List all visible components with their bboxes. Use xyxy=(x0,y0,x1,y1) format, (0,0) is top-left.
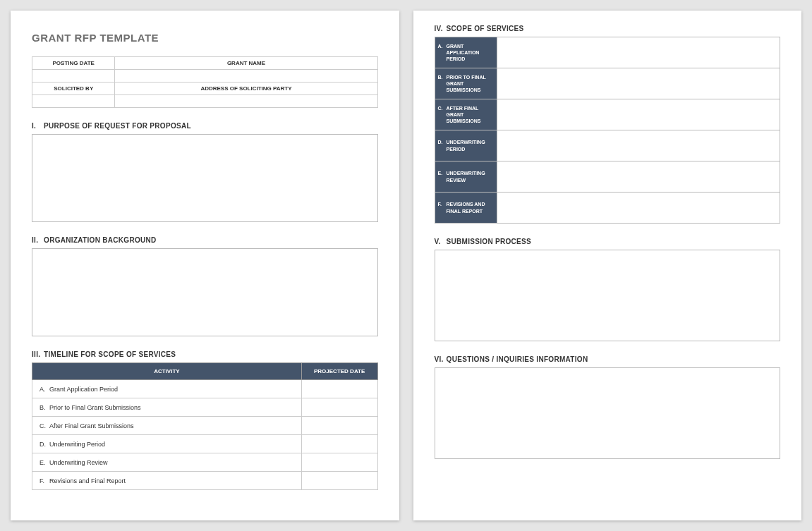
section-4-title: IV. SCOPE OF SERVICES xyxy=(435,25,781,32)
table-row: E.Underwriting Review xyxy=(32,453,378,472)
scope-value-cell[interactable] xyxy=(497,99,780,130)
timeline-table: ACTIVITY PROJECTED DATE A.Grant Applicat… xyxy=(32,362,378,490)
timeline-date-cell[interactable] xyxy=(301,472,377,490)
table-row: F.Revisions and Final Report xyxy=(32,472,378,490)
table-row: B.Prior to Final Grant Submissions xyxy=(32,398,378,417)
scope-value-cell[interactable] xyxy=(497,161,780,193)
address-value[interactable] xyxy=(115,95,377,108)
section-3-title: III. TIMELINE FOR SCOPE OF SERVICES xyxy=(32,350,378,358)
section-1-title: I. PURPOSE OF REQUEST FOR PROPOSAL xyxy=(32,122,378,130)
timeline-date-cell[interactable] xyxy=(301,398,377,417)
table-row: B.PRIOR TO FINAL GRANT SUBMISSIONS xyxy=(435,68,780,99)
timeline-date-cell[interactable] xyxy=(301,435,377,453)
scope-table: A.GRANT APPLICATION PERIOD B.PRIOR TO FI… xyxy=(435,37,781,224)
grant-name-label: GRANT NAME xyxy=(115,57,377,70)
scope-value-cell[interactable] xyxy=(497,130,780,161)
timeline-date-cell[interactable] xyxy=(301,417,377,435)
org-background-input-box[interactable] xyxy=(32,248,378,336)
document-title: GRANT RFP TEMPLATE xyxy=(32,32,378,44)
posting-date-value[interactable] xyxy=(32,70,115,83)
solicited-by-value[interactable] xyxy=(32,95,115,108)
submission-process-input-box[interactable] xyxy=(435,250,781,341)
table-row: F.REVISIONS AND FINAL REPORT xyxy=(435,193,780,224)
page-1: GRANT RFP TEMPLATE POSTING DATE GRANT NA… xyxy=(11,11,399,520)
table-row: C.AFTER FINAL GRANT SUBMISSIONS xyxy=(435,99,780,130)
table-row: C.After Final Grant Submissions xyxy=(32,417,378,435)
posting-date-label: POSTING DATE xyxy=(32,57,115,70)
page-2: IV. SCOPE OF SERVICES A.GRANT APPLICATIO… xyxy=(413,11,802,520)
address-label: ADDRESS OF SOLICITING PARTY xyxy=(115,83,377,95)
purpose-input-box[interactable] xyxy=(32,134,378,222)
grant-name-value[interactable] xyxy=(115,70,377,83)
table-row: A.GRANT APPLICATION PERIOD xyxy=(435,37,780,68)
timeline-date-cell[interactable] xyxy=(301,453,377,472)
timeline-date-cell[interactable] xyxy=(301,380,377,398)
table-row: A.Grant Application Period xyxy=(32,380,378,398)
section-6-title: VI. QUESTIONS / INQUIRIES INFORMATION xyxy=(435,355,781,363)
scope-value-cell[interactable] xyxy=(497,193,780,224)
scope-value-cell[interactable] xyxy=(497,37,780,68)
table-row: D.UNDERWRITING PERIOD xyxy=(435,130,780,161)
table-row: E.UNDERWRITING REVIEW xyxy=(435,161,780,193)
section-2-title: II. ORGANIZATION BACKGROUND xyxy=(32,236,378,244)
header-info-table: POSTING DATE GRANT NAME SOLICITED BY ADD… xyxy=(32,56,378,108)
timeline-header-date: PROJECTED DATE xyxy=(301,363,377,380)
questions-input-box[interactable] xyxy=(435,367,781,459)
section-5-title: V. SUBMISSION PROCESS xyxy=(435,238,781,245)
solicited-by-label: SOLICITED BY xyxy=(32,83,115,95)
scope-value-cell[interactable] xyxy=(497,68,780,99)
timeline-header-activity: ACTIVITY xyxy=(32,363,302,380)
table-row: D.Underwriting Period xyxy=(32,435,378,453)
